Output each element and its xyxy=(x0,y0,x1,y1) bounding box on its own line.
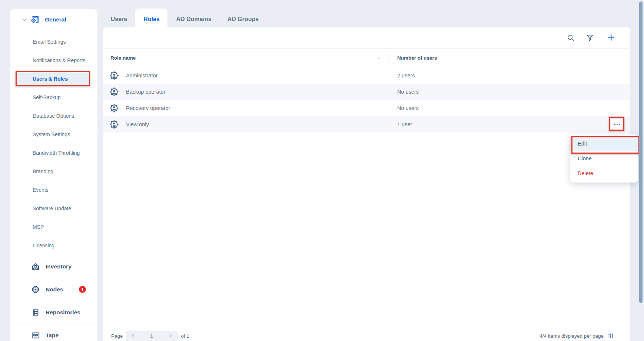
table-header: Role name Number of users xyxy=(103,49,630,67)
current-page-value[interactable]: 1 xyxy=(140,333,164,339)
previous-page-button[interactable] xyxy=(126,333,140,339)
general-settings-icon xyxy=(30,15,40,24)
search-button[interactable] xyxy=(567,34,575,42)
add-icon xyxy=(607,33,615,42)
sidebar-item-bandwidth-throttling[interactable]: Bandwidth Throttling xyxy=(10,144,97,162)
tab-ad-domains[interactable]: AD Domains xyxy=(176,16,211,23)
role-user-count: 2 users xyxy=(389,73,415,78)
page-selector: 1 xyxy=(126,331,177,341)
role-icon xyxy=(109,103,119,113)
table-row-view-only[interactable]: View only 1 user xyxy=(103,116,630,133)
sidebar-item-system-settings[interactable]: System Settings xyxy=(10,125,97,144)
sidebar-section-tape[interactable]: Tape xyxy=(10,324,97,341)
sidebar-group-label: General xyxy=(45,16,66,23)
next-page-button[interactable] xyxy=(164,333,177,339)
role-user-count: No users xyxy=(389,89,419,95)
column-header-number-of-users[interactable]: Number of users xyxy=(389,55,437,61)
items-per-page-settings-icon[interactable] xyxy=(607,332,614,339)
role-icon xyxy=(109,87,119,97)
table-row-recovery-operator[interactable]: Recovery operator No users xyxy=(103,100,630,116)
sidebar-item-branding[interactable]: Branding xyxy=(10,162,97,181)
chevron-right-icon xyxy=(167,333,173,339)
total-pages-label: of 1 xyxy=(181,333,190,339)
nodes-alert-badge: 1 xyxy=(79,286,86,293)
chevron-left-icon xyxy=(130,333,136,339)
ellipsis-icon xyxy=(614,124,615,125)
sidebar-item-licensing[interactable]: Licensing xyxy=(10,236,97,255)
sidebar-section-label: Repositories xyxy=(46,309,80,316)
table-row-backup-operator[interactable]: Backup operator No users xyxy=(103,84,630,100)
row-context-menu: Edit Clone Delete xyxy=(570,134,638,183)
toolbar-divider xyxy=(601,33,601,43)
role-name: Backup operator xyxy=(126,89,165,95)
add-role-button[interactable] xyxy=(607,33,615,42)
sidebar-item-software-update[interactable]: Software Update xyxy=(10,199,97,218)
column-header-role-name[interactable]: Role name xyxy=(110,55,136,61)
sidebar-section-nodes[interactable]: Nodes 1 xyxy=(10,278,97,301)
nodes-icon xyxy=(31,285,40,294)
sidebar-section-label: Tape xyxy=(46,332,59,339)
sidebar-item-self-backup[interactable]: Self-Backup xyxy=(10,88,97,107)
table-toolbar xyxy=(103,27,630,49)
filter-icon xyxy=(586,34,594,42)
sidebar-section-label: Inventory xyxy=(46,263,72,270)
menu-item-edit[interactable]: Edit xyxy=(570,136,638,151)
roles-panel: Role name Number of users Administrator … xyxy=(103,27,630,341)
page-label: Page xyxy=(111,333,123,339)
role-user-count: 1 user xyxy=(389,121,412,127)
role-icon xyxy=(109,71,119,80)
tab-roles[interactable]: Roles xyxy=(143,16,160,23)
search-icon xyxy=(567,34,575,42)
sidebar-section-label: Nodes xyxy=(46,286,63,293)
sidebar-item-email-settings[interactable]: Email Settings xyxy=(10,33,97,51)
sidebar-item-database-options[interactable]: Database Options xyxy=(10,107,97,125)
role-icon xyxy=(109,120,119,129)
table-row-administrator[interactable]: Administrator 2 users xyxy=(103,67,630,84)
sidebar-item-msp[interactable]: MSP xyxy=(10,218,97,236)
chevron-down-icon[interactable] xyxy=(21,17,27,23)
tape-icon xyxy=(31,331,40,340)
sort-ascending-icon[interactable] xyxy=(376,56,382,61)
row-actions-button[interactable] xyxy=(611,118,624,130)
role-user-count: No users xyxy=(389,105,419,111)
sidebar-group-general[interactable]: General xyxy=(10,9,97,30)
ellipsis-icon xyxy=(619,124,620,125)
role-name: Administrator xyxy=(126,73,157,78)
role-name: Recovery operator xyxy=(126,105,170,111)
sidebar: General Email Settings Notifications & R… xyxy=(10,9,97,341)
vertical-scrollbar-thumb[interactable] xyxy=(639,1,643,303)
tab-ad-groups[interactable]: AD Groups xyxy=(228,16,259,23)
sidebar-section-repositories[interactable]: Repositories xyxy=(10,301,97,324)
menu-item-delete[interactable]: Delete xyxy=(570,166,638,181)
pagination-bar: Page 1 of 1 4/4 items displayed per page xyxy=(103,322,630,341)
tab-users[interactable]: Users xyxy=(111,16,127,23)
sidebar-item-users-roles[interactable]: Users & Roles xyxy=(10,70,97,88)
items-per-page-summary: 4/4 items displayed per page xyxy=(540,333,604,339)
sidebar-general-items: Email Settings Notifications & Reports U… xyxy=(10,33,97,255)
ellipsis-icon xyxy=(617,124,618,125)
sidebar-section-inventory[interactable]: Inventory xyxy=(10,255,97,278)
repositories-icon xyxy=(31,308,40,317)
inventory-icon xyxy=(31,262,40,271)
menu-item-clone[interactable]: Clone xyxy=(570,151,638,166)
sidebar-item-events[interactable]: Events xyxy=(10,181,97,199)
role-name: View only xyxy=(126,121,149,127)
filter-button[interactable] xyxy=(586,34,594,42)
sidebar-item-notifications-reports[interactable]: Notifications & Reports xyxy=(10,51,97,70)
